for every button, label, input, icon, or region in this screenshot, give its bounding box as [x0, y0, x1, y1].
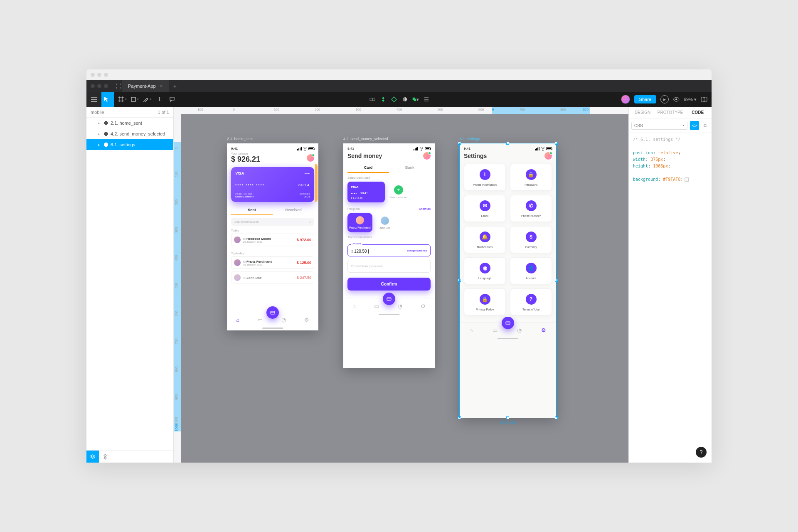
tab-card[interactable]: Card	[347, 165, 389, 173]
avatar[interactable]	[423, 152, 431, 160]
settings-account[interactable]: 👤 Account	[510, 257, 552, 284]
credit-card[interactable]: VISA ••• •••• •••• •••• 8014 CARD HOLDER…	[231, 167, 314, 202]
nav-settings-icon[interactable]: ⚙	[541, 327, 546, 333]
ruler-horizontal[interactable]: -100 0 100 200 300 400 500 600 700 800 0…	[174, 107, 628, 114]
settings-profile[interactable]: i Profile Information	[464, 164, 506, 191]
selection-handle[interactable]	[555, 279, 558, 282]
text-tool[interactable]: T	[153, 92, 166, 107]
menu-button[interactable]	[86, 92, 101, 107]
traffic-max[interactable]	[104, 73, 108, 77]
assets-mode-icon[interactable]	[99, 451, 111, 463]
avatar[interactable]	[307, 154, 314, 162]
transaction-row[interactable]: to Franz Ferdinand 19 January, 2019 $ 12…	[231, 256, 314, 269]
ruler-vertical[interactable]: 0 100 200 300 400 500 600 700 800 900 10…	[174, 114, 181, 463]
nav-activity-icon[interactable]: ◔	[281, 317, 286, 323]
copy-icon[interactable]: ⧉	[702, 122, 709, 129]
layer-home[interactable]: ▸ 2.1. home_sent	[86, 118, 173, 128]
confirm-button[interactable]: Confirm	[347, 278, 431, 291]
detach-component-icon[interactable]	[391, 96, 397, 103]
code-output[interactable]: /* 6.1. settings */ position: relative; …	[629, 133, 712, 186]
nav-home-icon[interactable]: ⌂	[236, 317, 239, 323]
card-option[interactable]: VISA •••• 3849 $ 1,345.56	[347, 182, 385, 202]
artboard-send-money[interactable]: 4.2. send_money_selected 9:41	[343, 143, 435, 368]
union-icon[interactable]: ▾	[412, 96, 419, 103]
user-avatar[interactable]	[621, 95, 630, 104]
selection-handle[interactable]	[458, 279, 461, 282]
selection-handle[interactable]	[555, 416, 558, 419]
artboard-settings[interactable]: 6.1. settings 375 x 1066 9:41	[460, 143, 556, 418]
search-input[interactable]: Search transaction ⌕	[231, 218, 314, 226]
page-name[interactable]: mobile	[91, 110, 104, 115]
help-button[interactable]: ?	[696, 447, 707, 458]
apps-grid-icon[interactable]	[115, 82, 122, 90]
selection-handle[interactable]	[458, 142, 461, 145]
change-currency-link[interactable]: change currency	[407, 249, 427, 252]
mask-icon[interactable]	[401, 96, 408, 103]
settings-privacy[interactable]: 🔒 Privacy Policy	[464, 288, 506, 315]
nav-activity-icon[interactable]: ◔	[517, 327, 522, 333]
settings-password[interactable]: 🔒 Password	[510, 164, 552, 191]
add-tab-button[interactable]: +	[169, 83, 181, 89]
add-card-button[interactable]: + New credit card	[389, 185, 408, 199]
traffic-min[interactable]	[97, 73, 101, 77]
zoom-level[interactable]: 69% ▾	[684, 97, 697, 102]
document-tab[interactable]: Payment-App ×	[122, 80, 169, 92]
tab-code[interactable]: CODE	[684, 110, 712, 115]
next-card-peek[interactable]	[315, 164, 318, 202]
color-swatch[interactable]	[685, 177, 689, 182]
settings-phone[interactable]: ✆ Phone Number	[510, 195, 552, 222]
amount-input[interactable]: Amount $120.50 change currency	[347, 244, 431, 256]
create-component-icon[interactable]	[380, 96, 387, 103]
settings-currency[interactable]: $ Currency	[510, 226, 552, 253]
present-button[interactable]: ▶	[660, 95, 669, 103]
selection-handle[interactable]	[506, 416, 509, 419]
recipient-selected[interactable]: Franz Ferdinand	[347, 213, 372, 232]
pen-tool[interactable]: ▾	[141, 92, 153, 107]
selection-handle[interactable]	[506, 142, 509, 145]
tab-bank[interactable]: Bank	[389, 165, 431, 173]
component-tool-icon[interactable]	[369, 96, 376, 103]
description-input[interactable]: Description (optional)	[347, 260, 431, 273]
code-lang-select[interactable]: CSS▾	[631, 122, 687, 130]
artboard-label[interactable]: 6.1. settings	[460, 137, 480, 141]
nav-wallet-icon[interactable]: ▭	[374, 303, 379, 309]
transaction-row[interactable]: to John Doe $ 247.50	[231, 271, 314, 284]
shape-tool[interactable]: ▾	[128, 92, 141, 107]
traffic-close[interactable]	[91, 73, 95, 77]
close-tab-icon[interactable]: ×	[160, 83, 163, 89]
transaction-row[interactable]: to Rebecca Moore 20 January, 2019 $ 972.…	[231, 234, 314, 246]
settings-language[interactable]: ◉ Language	[464, 257, 506, 284]
nav-home-icon[interactable]: ⌂	[352, 303, 356, 309]
tab-design[interactable]: DESIGN	[629, 110, 656, 115]
nav-wallet-icon[interactable]: ▭	[258, 317, 263, 323]
help-docs-icon[interactable]	[701, 96, 707, 102]
canvas[interactable]: 2.1. home_sent 9:41	[181, 114, 628, 463]
align-icon[interactable]	[423, 96, 430, 103]
artboard-label[interactable]: 2.1. home_sent	[227, 137, 253, 141]
fab-send[interactable]	[266, 306, 279, 319]
nav-settings-icon[interactable]: ⚙	[304, 317, 309, 323]
selection-handle[interactable]	[555, 142, 558, 145]
frame-tool[interactable]: ▾	[116, 92, 128, 107]
tab-received[interactable]: Received	[273, 208, 314, 215]
layer-settings[interactable]: ▸ 6.1. settings	[86, 139, 173, 150]
fab-send[interactable]	[383, 293, 395, 305]
recipient-option[interactable]: John Doe	[377, 217, 393, 229]
tab-sent[interactable]: Sent	[231, 208, 273, 215]
tab-prototype[interactable]: PROTOTYPE	[656, 110, 684, 115]
comment-tool[interactable]	[166, 92, 178, 107]
artboard-home[interactable]: 2.1. home_sent 9:41	[227, 143, 318, 330]
selection-handle[interactable]	[458, 416, 461, 419]
avatar[interactable]	[544, 152, 552, 160]
nav-settings-icon[interactable]: ⚙	[421, 303, 426, 309]
settings-notifications[interactable]: 🔔 Notifications	[464, 226, 506, 253]
share-button[interactable]: Share	[634, 95, 656, 103]
nav-wallet-icon[interactable]: ▭	[493, 327, 498, 333]
artboard-label[interactable]: 4.2. send_money_selected	[343, 137, 388, 141]
layers-mode-icon[interactable]	[86, 451, 99, 463]
view-options-icon[interactable]	[673, 97, 680, 102]
layer-send-money[interactable]: ▸ 4.2. send_money_selected	[86, 128, 173, 139]
fab-send[interactable]	[502, 317, 514, 329]
code-copy-button[interactable]: <>	[690, 121, 699, 130]
settings-terms[interactable]: ? Terms of Use	[510, 288, 552, 315]
